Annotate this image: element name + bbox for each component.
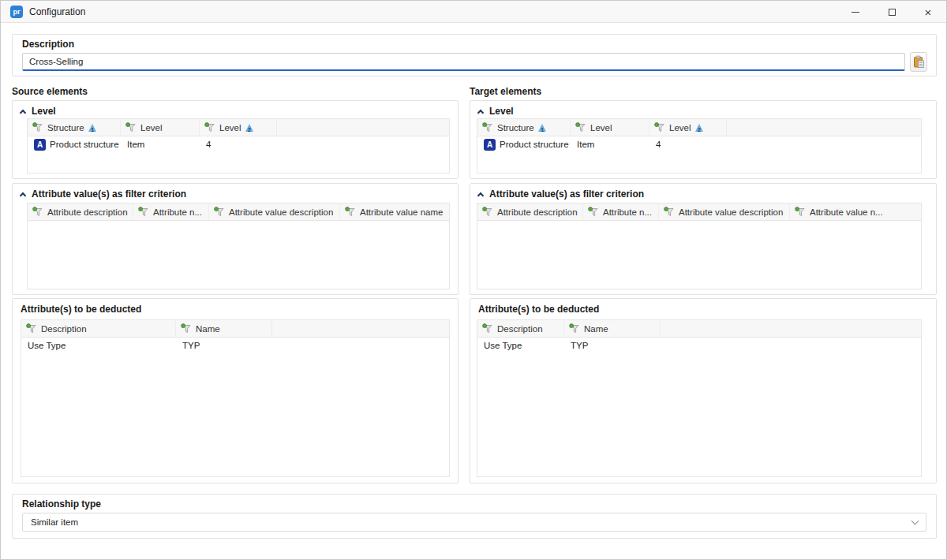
column-header-attribute-description[interactable]: Attribute description — [477, 203, 583, 220]
column-header-attribute-name[interactable]: Attribute n... — [583, 203, 659, 220]
filter-funnel-icon[interactable] — [26, 323, 37, 334]
column-header-description[interactable]: Description — [477, 320, 564, 337]
column-header-attribute-value-name[interactable]: Attribute value n... — [790, 203, 921, 220]
filter-funnel-icon[interactable] — [569, 323, 580, 334]
titlebar[interactable]: pr Configuration × — [1, 1, 946, 23]
source-level-title: Level — [32, 106, 56, 117]
relationship-type-dropdown[interactable]: Similar item — [22, 513, 926, 532]
target-level-title: Level — [489, 106, 514, 117]
column-header-level[interactable]: Level — [571, 119, 649, 136]
column-header-attribute-description[interactable]: Attribute description — [28, 203, 133, 220]
filter-funnel-icon[interactable] — [588, 207, 599, 217]
column-header-name[interactable]: Name — [564, 320, 661, 337]
source-deducted-title: Attribute(s) to be deducted — [21, 304, 141, 315]
collapse-chevron-icon[interactable] — [20, 109, 26, 115]
table-row[interactable]: Use Type TYP — [21, 338, 449, 353]
filter-funnel-icon[interactable] — [482, 207, 493, 217]
filter-funnel-icon[interactable] — [32, 207, 43, 217]
filter-funnel-icon[interactable] — [482, 122, 493, 133]
relationship-type-group: Relationship type Similar item — [12, 494, 937, 539]
structure-type-badge: A — [484, 139, 496, 151]
filter-funnel-icon[interactable] — [181, 323, 192, 334]
maximize-icon — [889, 9, 896, 16]
filter-funnel-icon[interactable] — [138, 207, 149, 217]
sort-ascending-2-icon: 2 — [695, 124, 704, 132]
source-elements-title: Source elements — [12, 86, 459, 99]
dropdown-selected-value: Similar item — [31, 517, 912, 527]
table-row[interactable]: Use Type TYP — [477, 338, 921, 353]
column-header-empty — [277, 119, 449, 136]
maximize-button[interactable] — [874, 1, 910, 23]
target-level-section: Level Structure 1 Level Level — [470, 100, 937, 179]
table-header-row: Structure 1 Level Level 2 — [28, 119, 449, 136]
filter-funnel-icon[interactable] — [482, 323, 493, 334]
filter-funnel-icon[interactable] — [654, 122, 665, 133]
column-header-empty — [727, 119, 921, 136]
minimize-button[interactable] — [837, 1, 874, 23]
sort-ascending-1-icon: 1 — [88, 124, 97, 132]
column-header-empty — [272, 320, 449, 337]
column-header-structure[interactable]: Structure 1 — [477, 119, 571, 136]
target-deducted-title: Attribute(s) to be deducted — [478, 304, 599, 315]
column-header-attribute-value-description[interactable]: Attribute value description — [659, 203, 790, 220]
minimize-icon — [852, 12, 859, 13]
target-elements-title: Target elements — [470, 86, 937, 99]
paste-button[interactable] — [910, 52, 927, 72]
app-logo-icon: pr — [10, 6, 23, 18]
target-filter-section: Attribute value(s) as filter criterion A… — [470, 183, 937, 295]
column-header-attribute-name[interactable]: Attribute n... — [133, 203, 209, 220]
chevron-down-icon — [911, 517, 919, 525]
table-row[interactable]: AProduct structure Item 4 — [477, 136, 921, 152]
column-header-level-number[interactable]: Level 2 — [649, 119, 727, 136]
filter-funnel-icon[interactable] — [664, 207, 675, 217]
sort-ascending-1-icon: 1 — [538, 124, 547, 132]
table-header-row: Structure 1 Level Level 2 — [477, 119, 921, 136]
target-deducted-table: Description Name Use Type TYP — [477, 319, 922, 477]
target-elements-panel: Target elements Level Structure 1 Level — [470, 86, 937, 99]
target-filter-title: Attribute value(s) as filter criterion — [489, 189, 644, 200]
description-label: Description — [22, 39, 74, 50]
window-title: Configuration — [29, 1, 85, 23]
column-header-structure[interactable]: Structure 1 — [28, 119, 121, 136]
source-filter-table: Attribute description Attribute n... Att… — [27, 203, 450, 289]
filter-funnel-icon[interactable] — [204, 122, 215, 133]
table-header-row: Description Name — [477, 320, 921, 338]
source-level-section: Level Structure 1 Level Level — [12, 100, 459, 179]
collapse-chevron-icon[interactable] — [20, 192, 26, 198]
description-group: Description — [12, 34, 937, 77]
filter-funnel-icon[interactable] — [32, 122, 43, 133]
column-header-level-number[interactable]: Level 2 — [200, 119, 277, 136]
close-icon: × — [925, 6, 932, 18]
filter-funnel-icon[interactable] — [575, 122, 586, 133]
column-header-empty — [661, 320, 921, 337]
collapse-chevron-icon[interactable] — [477, 192, 484, 198]
filter-table-body-empty — [28, 221, 449, 289]
sort-ascending-2-icon: 2 — [245, 124, 254, 132]
source-level-table: Structure 1 Level Level 2 AProdu — [27, 118, 450, 174]
source-elements-panel: Source elements Level Structure 1 Level — [12, 86, 459, 99]
target-level-table: Structure 1 Level Level 2 AProdu — [477, 118, 922, 174]
column-header-level[interactable]: Level — [121, 119, 200, 136]
table-row[interactable]: AProduct structure Item 4 — [28, 136, 449, 152]
filter-funnel-icon[interactable] — [345, 207, 356, 217]
table-header-row: Attribute description Attribute n... Att… — [28, 203, 449, 221]
close-button[interactable]: × — [910, 1, 946, 23]
collapse-chevron-icon[interactable] — [477, 109, 484, 115]
structure-type-badge: A — [34, 139, 46, 151]
table-header-row: Description Name — [21, 320, 449, 338]
filter-funnel-icon[interactable] — [795, 207, 806, 217]
filter-funnel-icon[interactable] — [125, 122, 137, 133]
source-filter-section: Attribute value(s) as filter criterion A… — [12, 183, 459, 295]
description-input[interactable] — [22, 53, 905, 71]
source-filter-title: Attribute value(s) as filter criterion — [32, 189, 186, 200]
target-filter-table: Attribute description Attribute n... Att… — [477, 203, 922, 289]
column-header-description[interactable]: Description — [21, 320, 176, 337]
filter-funnel-icon[interactable] — [214, 207, 225, 217]
table-header-row: Attribute description Attribute n... Att… — [477, 203, 921, 221]
configuration-window: pr Configuration × Description Source el… — [0, 0, 947, 560]
source-deducted-section: Attribute(s) to be deducted Description … — [12, 298, 459, 483]
filter-table-body-empty — [477, 221, 921, 289]
column-header-name[interactable]: Name — [176, 320, 272, 337]
column-header-attribute-value-description[interactable]: Attribute value description — [209, 203, 340, 220]
column-header-attribute-value-name[interactable]: Attribute value name — [340, 203, 449, 220]
